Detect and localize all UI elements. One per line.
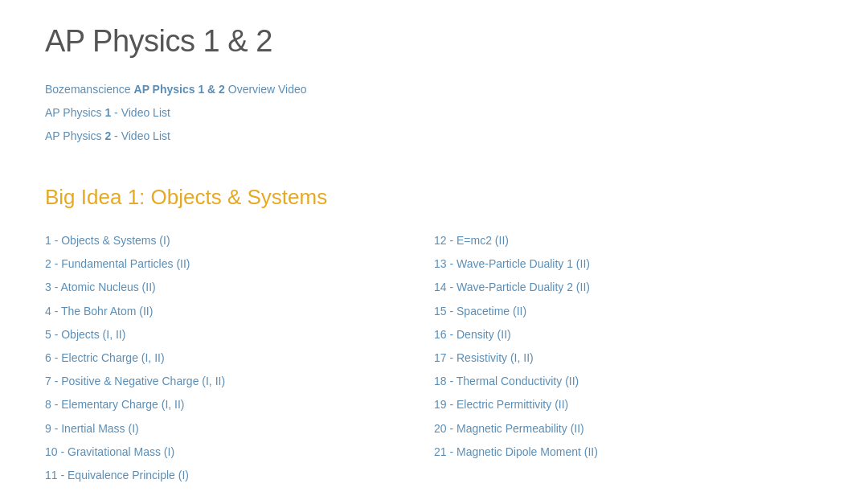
- left-video-column: 1 - Objects & Systems (I)2 - Fundamental…: [45, 229, 434, 487]
- left-video-link[interactable]: 11 - Equivalence Principle (I): [45, 464, 434, 487]
- left-video-link[interactable]: 10 - Gravitational Mass (I): [45, 441, 434, 464]
- section-heading: Big Idea 1: Objects & Systems: [45, 185, 823, 210]
- right-video-link[interactable]: 17 - Resistivity (I, II): [434, 346, 823, 370]
- left-video-link[interactable]: 1 - Objects & Systems (I): [45, 229, 434, 252]
- physics2-link[interactable]: AP Physics 2 - Video List: [45, 128, 823, 145]
- right-video-link[interactable]: 21 - Magnetic Dipole Moment (II): [434, 441, 823, 464]
- right-video-column: 12 - E=mc2 (II)13 - Wave-Particle Dualit…: [434, 229, 823, 487]
- right-video-link[interactable]: 13 - Wave-Particle Duality 1 (II): [434, 252, 823, 276]
- right-video-link[interactable]: 18 - Thermal Conductivity (II): [434, 370, 823, 393]
- physics1-link[interactable]: AP Physics 1 - Video List: [45, 105, 823, 121]
- left-video-link[interactable]: 7 - Positive & Negative Charge (I, II): [45, 370, 434, 393]
- left-video-link[interactable]: 5 - Objects (I, II): [45, 323, 434, 346]
- right-video-link[interactable]: 12 - E=mc2 (II): [434, 229, 823, 252]
- right-video-link[interactable]: 16 - Density (II): [434, 323, 823, 346]
- links-section: Bozemanscience AP Physics 1 & 2 Overview…: [45, 81, 823, 145]
- big-idea-section: Big Idea 1: Objects & Systems 1 - Object…: [45, 185, 823, 487]
- left-video-link[interactable]: 3 - Atomic Nucleus (II): [45, 276, 434, 299]
- left-video-link[interactable]: 8 - Elementary Charge (I, II): [45, 393, 434, 416]
- left-video-link[interactable]: 2 - Fundamental Particles (II): [45, 252, 434, 276]
- left-video-link[interactable]: 4 - The Bohr Atom (II): [45, 300, 434, 323]
- video-grid: 1 - Objects & Systems (I)2 - Fundamental…: [45, 229, 823, 487]
- overview-link[interactable]: Bozemanscience AP Physics 1 & 2 Overview…: [45, 81, 823, 98]
- right-video-link[interactable]: 19 - Electric Permittivity (II): [434, 393, 823, 416]
- right-video-link[interactable]: 14 - Wave-Particle Duality 2 (II): [434, 276, 823, 299]
- right-video-link[interactable]: 20 - Magnetic Permeability (II): [434, 417, 823, 441]
- left-video-link[interactable]: 6 - Electric Charge (I, II): [45, 346, 434, 370]
- right-video-link[interactable]: 15 - Spacetime (II): [434, 300, 823, 323]
- page-title: AP Physics 1 & 2: [45, 24, 823, 59]
- left-video-link[interactable]: 9 - Inertial Mass (I): [45, 417, 434, 441]
- page-container: AP Physics 1 & 2 Bozemanscience AP Physi…: [0, 0, 868, 500]
